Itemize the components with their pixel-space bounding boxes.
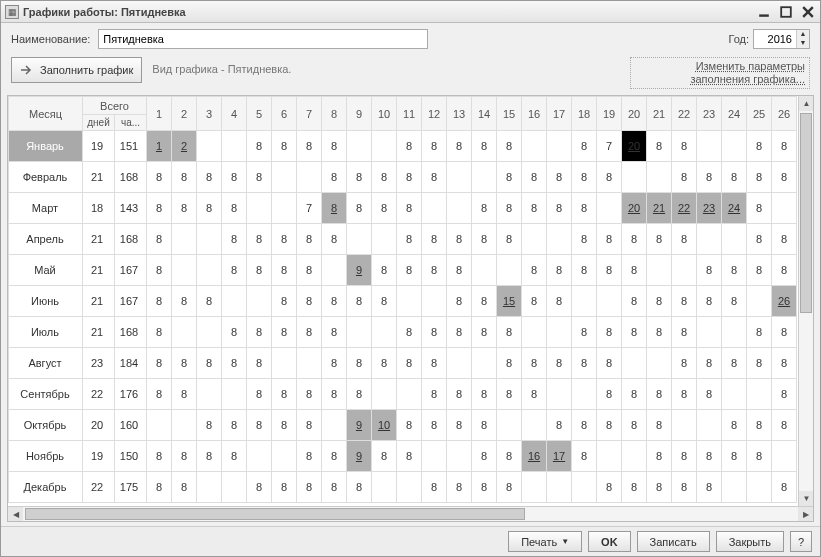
hours-cell[interactable]: 175 (115, 472, 147, 503)
header-day-11[interactable]: 11 (397, 97, 422, 131)
hours-cell[interactable]: 167 (115, 286, 147, 317)
scroll-left-icon[interactable]: ◀ (8, 507, 23, 522)
schedule-table[interactable]: Месяц Всего 1234567891011121314151617181… (8, 96, 797, 503)
day-cell[interactable] (597, 286, 622, 317)
day-cell[interactable] (172, 410, 197, 441)
day-cell[interactable]: 8 (147, 317, 172, 348)
day-cell[interactable]: 8 (722, 286, 747, 317)
day-cell[interactable] (622, 441, 647, 472)
day-cell[interactable]: 8 (447, 379, 472, 410)
day-cell[interactable] (422, 193, 447, 224)
header-day-1[interactable]: 1 (147, 97, 172, 131)
day-cell[interactable]: 8 (697, 441, 722, 472)
day-cell[interactable] (372, 317, 397, 348)
day-cell[interactable]: 8 (472, 317, 497, 348)
day-cell[interactable]: 8 (497, 131, 522, 162)
hours-cell[interactable]: 168 (115, 162, 147, 193)
day-cell[interactable]: 8 (597, 317, 622, 348)
day-cell[interactable] (272, 162, 297, 193)
month-cell[interactable]: Июль (9, 317, 83, 348)
day-cell[interactable]: 8 (772, 472, 797, 503)
day-cell[interactable]: 26 (772, 286, 797, 317)
day-cell[interactable] (197, 317, 222, 348)
day-cell[interactable]: 8 (472, 286, 497, 317)
day-cell[interactable]: 8 (322, 131, 347, 162)
day-cell[interactable] (222, 286, 247, 317)
day-cell[interactable]: 8 (222, 348, 247, 379)
day-cell[interactable]: 8 (472, 379, 497, 410)
day-cell[interactable]: 8 (622, 286, 647, 317)
day-cell[interactable]: 8 (197, 286, 222, 317)
hours-cell[interactable]: 160 (115, 410, 147, 441)
day-cell[interactable]: 8 (422, 162, 447, 193)
header-day-21[interactable]: 21 (647, 97, 672, 131)
day-cell[interactable] (397, 379, 422, 410)
day-cell[interactable]: 8 (247, 162, 272, 193)
table-row[interactable]: Февраль2116888888888888888888888 (9, 162, 797, 193)
day-cell[interactable] (522, 131, 547, 162)
day-cell[interactable]: 8 (597, 472, 622, 503)
day-cell[interactable] (222, 379, 247, 410)
day-cell[interactable] (397, 472, 422, 503)
day-cell[interactable] (722, 317, 747, 348)
day-cell[interactable] (247, 441, 272, 472)
day-cell[interactable] (722, 224, 747, 255)
vscroll-track[interactable] (799, 111, 813, 491)
close-button[interactable]: Закрыть (716, 531, 784, 552)
month-cell[interactable]: Июнь (9, 286, 83, 317)
day-cell[interactable]: 8 (622, 317, 647, 348)
day-cell[interactable]: 8 (397, 162, 422, 193)
day-cell[interactable]: 8 (322, 224, 347, 255)
day-cell[interactable]: 8 (372, 441, 397, 472)
header-day-24[interactable]: 24 (722, 97, 747, 131)
header-hours[interactable]: ча... (115, 115, 147, 131)
day-cell[interactable]: 8 (747, 348, 772, 379)
days-cell[interactable]: 22 (83, 379, 115, 410)
header-day-22[interactable]: 22 (672, 97, 697, 131)
day-cell[interactable]: 8 (497, 472, 522, 503)
header-day-12[interactable]: 12 (422, 97, 447, 131)
header-day-4[interactable]: 4 (222, 97, 247, 131)
day-cell[interactable]: 8 (647, 224, 672, 255)
day-cell[interactable] (572, 379, 597, 410)
day-cell[interactable]: 8 (197, 162, 222, 193)
day-cell[interactable]: 8 (397, 131, 422, 162)
day-cell[interactable]: 8 (747, 162, 772, 193)
table-row[interactable]: Декабрь2217588888888888888888 (9, 472, 797, 503)
hours-cell[interactable]: 168 (115, 224, 147, 255)
day-cell[interactable]: 8 (272, 410, 297, 441)
day-cell[interactable] (197, 379, 222, 410)
hours-cell[interactable]: 184 (115, 348, 147, 379)
day-cell[interactable]: 8 (147, 162, 172, 193)
day-cell[interactable]: 8 (447, 410, 472, 441)
month-cell[interactable]: Декабрь (9, 472, 83, 503)
header-day-5[interactable]: 5 (247, 97, 272, 131)
day-cell[interactable]: 8 (622, 410, 647, 441)
day-cell[interactable] (472, 255, 497, 286)
day-cell[interactable]: 8 (547, 410, 572, 441)
day-cell[interactable] (672, 410, 697, 441)
header-day-13[interactable]: 13 (447, 97, 472, 131)
day-cell[interactable]: 8 (372, 193, 397, 224)
day-cell[interactable]: 1 (147, 131, 172, 162)
day-cell[interactable]: 8 (197, 348, 222, 379)
month-cell[interactable]: Август (9, 348, 83, 379)
day-cell[interactable]: 8 (622, 379, 647, 410)
day-cell[interactable]: 8 (447, 286, 472, 317)
days-cell[interactable]: 21 (83, 162, 115, 193)
table-row[interactable]: Июль21168888888888888888888 (9, 317, 797, 348)
hours-cell[interactable]: 150 (115, 441, 147, 472)
header-day-7[interactable]: 7 (297, 97, 322, 131)
day-cell[interactable] (472, 162, 497, 193)
day-cell[interactable] (272, 441, 297, 472)
day-cell[interactable]: 8 (672, 317, 697, 348)
table-row[interactable]: Июнь21167888888888815888888826 (9, 286, 797, 317)
header-day-25[interactable]: 25 (747, 97, 772, 131)
day-cell[interactable]: 8 (297, 224, 322, 255)
hscroll-track[interactable] (23, 507, 798, 521)
day-cell[interactable]: 8 (672, 379, 697, 410)
day-cell[interactable]: 2 (172, 131, 197, 162)
day-cell[interactable]: 8 (347, 193, 372, 224)
day-cell[interactable]: 8 (422, 255, 447, 286)
day-cell[interactable]: 8 (447, 131, 472, 162)
